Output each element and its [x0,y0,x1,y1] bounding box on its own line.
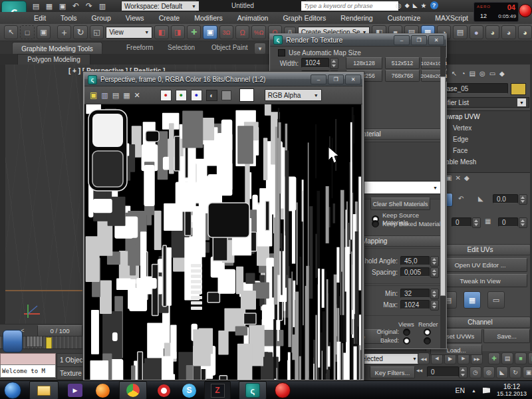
menu-customize[interactable]: Customize [380,14,428,22]
preset-512-button[interactable]: 512x512 [385,57,420,69]
ribbon-minimize-icon[interactable]: ▾ [254,43,266,55]
rtt-scrollbar[interactable] [440,47,446,348]
skype-icon[interactable]: S [182,384,196,398]
pick-icon[interactable]: ◣ [413,2,418,9]
dropdown-arrow-box[interactable]: ▼ [517,98,526,106]
print-image-icon[interactable]: ▦ [123,91,130,100]
tools-icon[interactable]: ◆ [405,2,410,9]
taskbar-item-explorer[interactable] [29,381,59,399]
baked-views-radio[interactable] [403,337,410,344]
angle-snap-icon[interactable]: Ω [235,25,249,39]
tab-graphite-modeling-tools[interactable]: Graphite Modeling Tools [12,42,102,55]
render-setup-icon[interactable]: ◕ [485,25,499,39]
capture-overlay-button[interactable] [3,330,23,352]
green-channel-toggle[interactable]: ● [176,90,187,101]
tab-freeform[interactable]: Freeform [126,44,154,51]
motion-tab-icon[interactable]: ◎ [479,70,485,77]
rfw-titlebar[interactable]: ς Perspective, frame 0, RGBA Color 16 Bi… [84,73,362,86]
configure-sets-icon[interactable]: ◆ [464,174,469,182]
current-frame-field[interactable]: 0 [427,366,459,377]
create-tab-icon[interactable]: ↖ [452,70,457,77]
search-icon[interactable]: ◎ [396,2,402,9]
orbit-icon[interactable]: ↻ [509,366,521,378]
remove-modifier-icon[interactable]: ✕ [456,174,461,182]
keyboard-override-icon[interactable] [27,336,43,347]
keep-baked-radio[interactable] [372,220,379,227]
display-tab-icon[interactable]: ▭ [489,70,495,77]
monochrome-toggle[interactable] [221,90,231,100]
auto-map-size-checkbox[interactable] [278,49,285,57]
percent-snap-icon[interactable]: %Ω [251,25,265,39]
tweak-in-view-button[interactable]: Tweak In View [433,274,527,287]
render-production-icon[interactable]: ◕ [518,25,532,39]
material-editor-icon[interactable]: ● [469,25,483,39]
scene-link-icon[interactable]: ▥ [97,2,108,11]
blue-channel-toggle[interactable]: ● [191,90,202,101]
spacing-spinner[interactable] [430,267,439,278]
minimize-button[interactable]: – [311,74,327,84]
preset-128-button[interactable]: 128x128 [346,57,382,69]
key-filters-button[interactable]: Key Filters... [370,366,415,378]
reference-coordinate-dropdown[interactable]: View ▼ [106,27,152,39]
menu-create[interactable]: Create [152,14,188,22]
use-selection-center-icon[interactable]: ◨ [171,25,185,39]
falloff-field[interactable]: 0.0 [493,194,518,203]
close-button[interactable]: ✕ [345,74,361,84]
falloff-icon[interactable]: ◣ [478,195,483,202]
max-spinner[interactable] [430,300,439,311]
menu-rendering[interactable]: Rendering [333,14,380,22]
help-icon[interactable]: ? [430,1,438,9]
firefox-icon[interactable] [96,384,110,398]
original-render-radio[interactable] [424,329,431,336]
redo-icon[interactable]: ↷ [84,1,94,11]
channel-display-dropdown[interactable]: RGB Alpha ▼ [265,89,322,101]
menu-maxscript[interactable]: MAXScript [428,14,475,22]
object-color-swatch[interactable] [511,83,526,95]
frame-spinner[interactable] [459,366,467,378]
menu-views[interactable]: Views [118,14,152,22]
pan-hand-icon[interactable]: ◣ [496,366,508,378]
preset-768-button[interactable]: 768x768 [385,70,420,82]
clear-image-icon[interactable]: ✕ [134,91,140,100]
key-mode-icon[interactable]: ✚ [488,352,500,364]
record-app-icon[interactable] [275,382,291,398]
menu-modifiers[interactable]: Modifiers [187,14,230,22]
rtt-titlebar[interactable]: ς Render To Texture – ❐ ✕ [270,34,446,47]
maximize-button[interactable]: ❐ [411,35,427,45]
save-image-icon[interactable]: ▣ [90,90,97,100]
save-uvws-button[interactable]: Save... [483,329,530,343]
menu-graph-editors[interactable]: Graph Editors [275,14,333,22]
grow-spinner[interactable] [472,217,481,228]
tray-expand-icon[interactable]: ▲ [471,388,476,393]
rendered-frame-icon[interactable]: ◕ [501,25,515,39]
start-button[interactable] [4,382,21,399]
width-field[interactable]: 1024 [301,58,329,68]
select-manipulate-icon[interactable]: ✚ [187,25,201,39]
taskbar-item-chrome[interactable] [119,381,147,399]
snap-toggle-active-icon[interactable]: ▣ [203,25,217,39]
tab-selection[interactable]: Selection [168,44,195,51]
menu-edit[interactable]: Edit [27,14,53,22]
taskbar-item-3dsmax[interactable]: ς [239,381,267,399]
threshold-spinner[interactable] [430,256,439,267]
schematic-view-icon[interactable]: ▤ [453,25,467,39]
hierarchy-tab-icon[interactable]: ▤ [469,70,475,77]
move-tool-icon[interactable]: + [57,25,71,39]
search-input[interactable] [301,1,399,11]
select-object-icon[interactable]: ↖ [4,25,18,39]
utilities-tab-icon[interactable]: ◆ [499,70,505,77]
taskbar-clock[interactable]: 16:12 15.12.2013 [497,383,527,398]
new-file-icon[interactable]: ▤ [31,2,41,11]
falloff-spinner[interactable] [519,194,527,205]
media-player-icon[interactable]: ▶ [68,384,82,397]
rotate-tool-icon[interactable]: ↻ [73,25,87,39]
set-keys-icon[interactable]: ▤ [501,352,513,364]
min-spinner[interactable] [430,289,439,299]
action-center-flag-icon[interactable] [483,388,490,394]
max-field[interactable]: 1024 [400,300,430,309]
snaps-3d-icon[interactable]: 3Ω [219,25,233,39]
set-key-icon[interactable]: ▣ [528,352,532,364]
pelt-map-icon[interactable]: ▦ [464,291,481,309]
window-crossing-icon[interactable]: ▣ [37,25,51,39]
baked-render-radio[interactable] [424,337,431,344]
